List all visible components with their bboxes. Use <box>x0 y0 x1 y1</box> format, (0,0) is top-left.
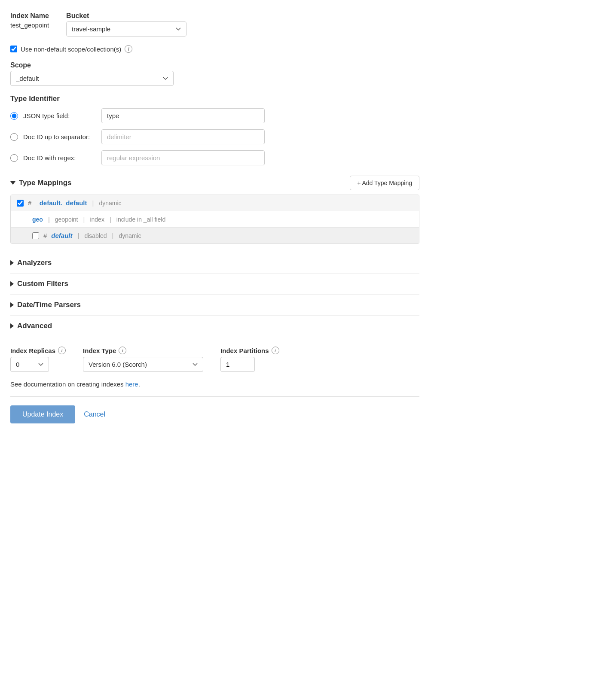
index-name-col: Index Name test_geopoint <box>10 12 49 29</box>
mapping-2-checkbox[interactable] <box>32 232 39 239</box>
index-type-field: Index Type i Version 6.0 (Scorch) Versio… <box>83 347 203 372</box>
type-mappings-header: Type Mappings + Add Type Mapping <box>10 176 419 190</box>
table-row: # default | disabled | dynamic <box>11 227 419 243</box>
bottom-fields-row: Index Replicas i 0 1 2 3 Index Type i Ve… <box>10 347 419 372</box>
update-index-button[interactable]: Update Index <box>10 405 75 423</box>
json-type-field-label: JSON type field: <box>23 112 96 119</box>
index-partitions-info-icon: i <box>272 347 279 354</box>
table-row: # _default._default | dynamic <box>11 195 419 211</box>
doc-link-row: See documentation on creating indexes he… <box>10 380 419 388</box>
mapping-1-name: _default._default <box>36 199 87 207</box>
bottom-section: Index Replicas i 0 1 2 3 Index Type i Ve… <box>10 347 419 423</box>
analyzers-label: Analyzers <box>17 259 52 267</box>
json-type-field-input[interactable]: type <box>101 108 265 123</box>
advanced-label: Advanced <box>17 322 52 330</box>
non-default-scope-row: Use non-default scope/collection(s) i <box>10 45 419 53</box>
doc-id-separator-input[interactable] <box>101 129 265 144</box>
bucket-select[interactable]: travel-sample beer-sample gamesim-sample <box>66 21 186 37</box>
index-partitions-field: Index Partitions i 1 <box>220 347 279 372</box>
subitem-geo-tag-index: index <box>90 216 104 223</box>
doc-id-regex-radio[interactable] <box>10 154 18 162</box>
doc-link-anchor[interactable]: here <box>125 380 138 388</box>
mapping-1-hash: # <box>28 199 31 207</box>
analyzers-arrow-icon <box>10 260 14 265</box>
type-mapping-container: # _default._default | dynamic geo | geop… <box>10 195 419 244</box>
bucket-col: Bucket travel-sample beer-sample gamesim… <box>66 12 186 37</box>
collapsible-sections: Analyzers Custom Filters Date/Time Parse… <box>10 253 419 336</box>
doc-id-separator-radio[interactable] <box>10 133 18 141</box>
custom-filters-arrow-icon <box>10 281 14 286</box>
doc-link-text: See documentation on creating indexes <box>10 380 125 388</box>
doc-id-regex-row: Doc ID with regex: <box>10 150 419 165</box>
subitem-geo-tag-all: include in _all field <box>116 216 165 223</box>
type-mappings-section: Type Mappings + Add Type Mapping # _defa… <box>10 176 419 244</box>
non-default-scope-checkbox[interactable] <box>10 46 17 52</box>
cancel-button[interactable]: Cancel <box>84 411 105 418</box>
non-default-scope-info-icon: i <box>125 45 132 53</box>
mapping-2-tag-disabled: disabled <box>84 232 107 239</box>
custom-filters-label: Custom Filters <box>17 280 68 288</box>
scope-label: Scope <box>10 61 419 69</box>
type-identifier-title: Type Identifier <box>10 94 419 103</box>
action-row: Update Index Cancel <box>10 405 419 423</box>
mapping-2-tag-dynamic: dynamic <box>119 232 141 239</box>
mapping-2-name: default <box>51 232 72 239</box>
json-type-field-row: JSON type field: type <box>10 108 419 123</box>
index-type-info-icon: i <box>119 347 126 354</box>
index-type-label: Index Type i <box>83 347 203 354</box>
doc-id-separator-label: Doc ID up to separator: <box>23 133 96 140</box>
index-replicas-field: Index Replicas i 0 1 2 3 <box>10 347 66 372</box>
index-partitions-input[interactable]: 1 <box>220 357 255 372</box>
doc-link-period: . <box>138 380 140 388</box>
index-replicas-label: Index Replicas i <box>10 347 66 354</box>
mapping-1-checkbox[interactable] <box>17 200 24 207</box>
index-partitions-label: Index Partitions i <box>220 347 279 354</box>
index-replicas-select[interactable]: 0 1 2 3 <box>10 357 49 372</box>
type-mappings-collapse-arrow[interactable] <box>10 181 15 185</box>
subitem-geo-tag-geopoint: geopoint <box>55 216 78 223</box>
json-type-field-radio[interactable] <box>10 112 18 120</box>
advanced-arrow-icon <box>10 323 14 329</box>
type-identifier-section: Type Identifier JSON type field: type Do… <box>10 94 419 165</box>
radio-group: JSON type field: type Doc ID up to separ… <box>10 108 419 165</box>
subitem-geo-name: geo <box>32 216 43 223</box>
index-replicas-info-icon: i <box>58 347 66 354</box>
scope-section: Scope _default scope1 scope2 <box>10 61 419 86</box>
analyzers-row[interactable]: Analyzers <box>10 253 419 274</box>
index-name-value: test_geopoint <box>10 21 49 29</box>
custom-filters-row[interactable]: Custom Filters <box>10 274 419 295</box>
datetime-parsers-arrow-icon <box>10 302 14 307</box>
index-name-label: Index Name <box>10 12 49 20</box>
table-row: geo | geopoint | index | include in _all… <box>11 211 419 227</box>
datetime-parsers-row[interactable]: Date/Time Parsers <box>10 295 419 316</box>
divider <box>10 396 419 397</box>
bucket-label: Bucket <box>66 12 186 20</box>
datetime-parsers-label: Date/Time Parsers <box>17 301 81 309</box>
advanced-row[interactable]: Advanced <box>10 316 419 336</box>
doc-id-regex-label: Doc ID with regex: <box>23 154 96 161</box>
non-default-scope-label: Use non-default scope/collection(s) <box>21 46 121 53</box>
mapping-2-hash: # <box>43 232 47 239</box>
top-row: Index Name test_geopoint Bucket travel-s… <box>10 12 419 37</box>
type-mappings-label: Type Mappings <box>19 179 71 187</box>
add-type-mapping-button[interactable]: + Add Type Mapping <box>350 176 419 190</box>
index-type-select[interactable]: Version 6.0 (Scorch) Version 5.0 (Moss) <box>83 357 203 372</box>
scope-select[interactable]: _default scope1 scope2 <box>10 71 174 86</box>
mapping-1-tag-dynamic: dynamic <box>99 200 121 207</box>
doc-id-regex-input[interactable] <box>101 150 265 165</box>
type-mappings-title-row: Type Mappings <box>10 179 71 187</box>
doc-id-separator-row: Doc ID up to separator: <box>10 129 419 144</box>
